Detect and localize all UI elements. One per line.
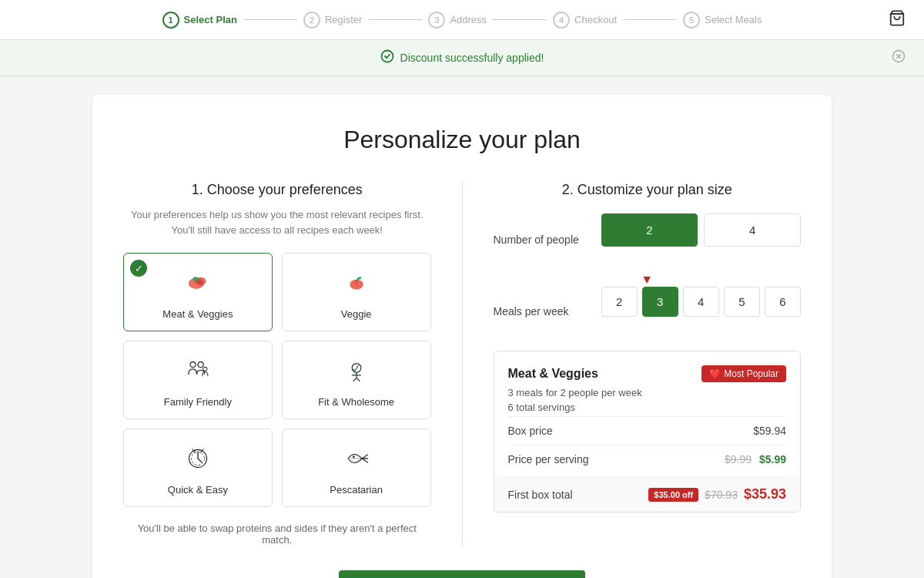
step-line-4 <box>623 19 677 20</box>
section2-title: 2. Customize your plan size <box>494 182 802 198</box>
pref-label-meat-veggies: Meat & Veggies <box>162 308 233 320</box>
step-line-1 <box>243 19 297 20</box>
step-line-2 <box>368 19 422 20</box>
nav-step-4[interactable]: 4 Checkout <box>553 12 617 29</box>
nav-step-2[interactable]: 2 Register <box>303 12 362 29</box>
box-price-row: Box price $59.94 <box>508 416 787 445</box>
step-circle-1: 1 <box>162 12 179 29</box>
pref-card-pescatarian[interactable]: Pescatarian <box>282 428 431 507</box>
pref-label-veggie: Veggie <box>341 308 372 320</box>
box-price-value: $59.94 <box>753 425 786 437</box>
meals-option-4[interactable]: 4 <box>683 287 719 317</box>
first-box-prices: $35.00 off $70.93 $35.93 <box>648 486 786 502</box>
pref-card-family-friendly[interactable]: Family Friendly <box>123 341 273 419</box>
meals-options: 2 3 4 5 6 <box>601 287 802 317</box>
per-serving-label: Price per serving <box>508 453 589 465</box>
step-circle-2: 2 <box>303 12 320 29</box>
svg-point-7 <box>192 277 197 281</box>
svg-line-16 <box>353 378 356 381</box>
nav-steps: 1 Select Plan 2 Register 3 Address 4 Che… <box>162 12 762 29</box>
pref-label-pescatarian: Pescatarian <box>330 484 383 496</box>
right-column: 2. Customize your plan size Number of pe… <box>463 182 802 546</box>
svg-point-20 <box>353 455 355 458</box>
veggie-icon <box>343 269 370 301</box>
step-label-3: Address <box>450 14 487 25</box>
step-label-1: Select Plan <box>184 14 237 25</box>
check-icon <box>380 49 394 66</box>
meals-arrow-indicator: ▼ <box>619 273 676 287</box>
discount-banner: Discount successfully applied! <box>0 40 924 76</box>
summary-header: Meat & Veggies ❤️ Most Popular <box>508 365 787 382</box>
summary-desc2: 6 total servings <box>508 402 787 413</box>
pref-card-meat-veggies[interactable]: ✓ Meat & Veggies <box>123 253 273 331</box>
nav-step-3[interactable]: 3 Address <box>428 12 487 29</box>
meals-option-row: Meals per week 2 3 4 5 6 <box>494 287 802 335</box>
per-serving-original: $9.99 <box>725 453 752 465</box>
two-col-layout: 1. Choose your preferences Your preferen… <box>123 182 801 546</box>
first-box-final: $35.93 <box>744 486 786 502</box>
svg-point-12 <box>203 367 207 371</box>
step-line-3 <box>493 19 547 20</box>
step-label-2: Register <box>325 14 362 25</box>
nav-step-5[interactable]: 5 Select Meals <box>683 12 762 29</box>
nav-bar: 1 Select Plan 2 Register 3 Address 4 Che… <box>0 0 924 40</box>
pref-card-fit-wholesome[interactable]: Fit & Wholesome <box>282 341 431 419</box>
pref-label-quick-easy: Quick & Easy <box>168 484 228 496</box>
pref-label-fit-wholesome: Fit & Wholesome <box>318 396 394 408</box>
preferences-grid: ✓ Meat & Veggies <box>123 253 431 507</box>
people-label: Number of people <box>494 234 601 246</box>
people-option-row: Number of people 2 4 <box>494 213 802 265</box>
selected-check-badge: ✓ <box>130 260 147 277</box>
main-container: Personalize your plan 1. Choose your pre… <box>92 95 832 578</box>
box-price-label: Box price <box>508 425 553 437</box>
step-circle-3: 3 <box>428 12 445 29</box>
meals-option-5[interactable]: 5 <box>724 287 760 317</box>
pref-card-quick-easy[interactable]: Quick & Easy <box>123 428 273 507</box>
meals-label: Meals per week <box>494 305 601 318</box>
cta-container: Select this plan <box>123 570 801 578</box>
svg-line-17 <box>357 378 360 381</box>
family-friendly-icon <box>184 357 212 388</box>
meals-option-2[interactable]: 2 <box>601 287 638 317</box>
off-badge: $35.00 off <box>648 488 698 502</box>
meals-option-3[interactable]: 3 <box>642 287 678 317</box>
meals-option-6[interactable]: 6 <box>765 287 801 317</box>
per-serving-row: Price per serving $9.99 $5.99 <box>508 445 787 473</box>
discount-message: Discount successfully applied! <box>400 52 544 64</box>
step-label-4: Checkout <box>574 14 617 25</box>
cart-icon[interactable] <box>889 9 906 30</box>
svg-point-11 <box>198 361 203 367</box>
quick-easy-icon <box>184 445 212 476</box>
fit-wholesome-icon <box>343 357 370 388</box>
first-box-row: First box total $35.00 off $70.93 $35.93 <box>508 476 787 512</box>
swap-note: You'll be able to swap proteins and side… <box>123 523 431 546</box>
left-column: 1. Choose your preferences Your preferen… <box>123 182 463 546</box>
pref-label-family-friendly: Family Friendly <box>164 396 232 408</box>
badge-heart-icon: ❤️ <box>709 368 721 379</box>
first-box-label: First box total <box>508 489 573 501</box>
preferences-description: Your preferences help us show you the mo… <box>123 207 431 237</box>
people-option-2[interactable]: 2 <box>601 213 698 247</box>
per-serving-sale: $5.99 <box>759 453 786 465</box>
first-box-row-bg: First box total $35.00 off $70.93 $35.93 <box>494 476 801 512</box>
step-circle-4: 4 <box>553 12 570 29</box>
summary-desc1: 3 meals for 2 people per week <box>508 387 787 398</box>
first-box-original: $70.93 <box>705 489 738 501</box>
select-plan-button[interactable]: Select this plan <box>339 570 585 578</box>
page-title: Personalize your plan <box>123 126 801 154</box>
pescatarian-icon <box>343 445 370 476</box>
per-serving-prices: $9.99 $5.99 <box>725 453 786 465</box>
most-popular-badge: ❤️ Most Popular <box>701 365 786 382</box>
step-label-5: Select Meals <box>705 14 762 25</box>
pref-card-veggie[interactable]: Veggie <box>282 253 431 331</box>
summary-box: Meat & Veggies ❤️ Most Popular 3 meals f… <box>494 351 802 512</box>
people-options: 2 4 <box>601 213 802 247</box>
summary-plan-name: Meat & Veggies <box>508 367 598 381</box>
discount-close-button[interactable] <box>892 49 906 67</box>
svg-point-10 <box>190 361 196 367</box>
people-option-4[interactable]: 4 <box>704 213 801 247</box>
section1-title: 1. Choose your preferences <box>123 182 431 198</box>
nav-step-1[interactable]: 1 Select Plan <box>162 12 237 29</box>
meat-veggies-icon <box>184 269 212 301</box>
meals-arrow-row: ▼ <box>494 273 802 287</box>
